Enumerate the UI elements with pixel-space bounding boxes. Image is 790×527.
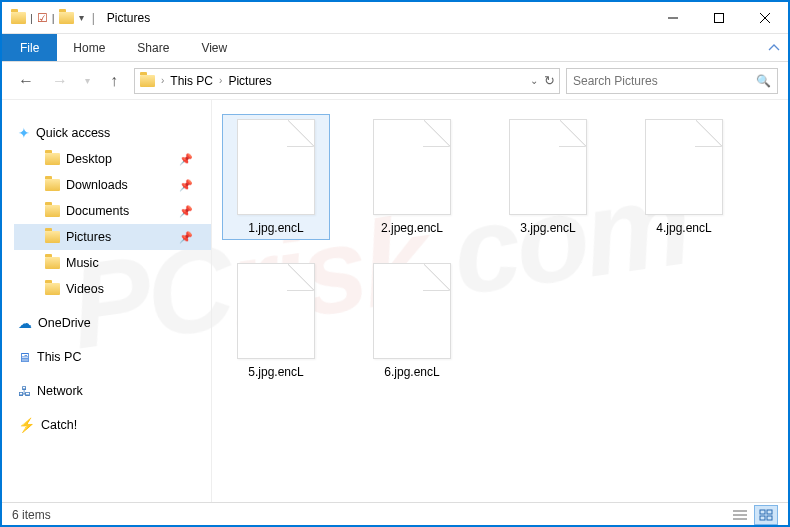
qat-sep2: | xyxy=(52,12,55,24)
qat-dropdown-icon[interactable]: ▾ xyxy=(79,12,84,23)
svg-rect-1 xyxy=(715,13,724,22)
file-item[interactable]: 5.jpg.encL xyxy=(222,258,330,384)
search-box[interactable]: 🔍 xyxy=(566,68,778,94)
forward-button[interactable]: → xyxy=(46,67,74,95)
sidebar-onedrive[interactable]: ☁OneDrive xyxy=(14,310,211,336)
sidebar-item-videos[interactable]: Videos xyxy=(14,276,211,302)
onedrive-icon: ☁ xyxy=(18,315,32,331)
sidebar-item-downloads[interactable]: Downloads📌 xyxy=(14,172,211,198)
file-item[interactable]: 3.jpg.encL xyxy=(494,114,602,240)
maximize-button[interactable] xyxy=(696,2,742,34)
ribbon: File Home Share View xyxy=(2,34,788,62)
qat: | ☑ | ▾ | Pictures xyxy=(2,10,150,26)
refresh-icon[interactable]: ↻ xyxy=(544,73,555,88)
file-label: 3.jpg.encL xyxy=(520,221,575,235)
content-pane[interactable]: 1.jpg.encL2.jpeg.encL3.jpg.encL4.jpg.enc… xyxy=(212,100,788,502)
file-item[interactable]: 6.jpg.encL xyxy=(358,258,466,384)
file-icon xyxy=(509,119,587,215)
file-label: 2.jpeg.encL xyxy=(381,221,443,235)
recent-dropdown-icon[interactable]: ▾ xyxy=(80,67,94,95)
qat-properties-icon[interactable]: ☑ xyxy=(37,11,48,25)
tab-view[interactable]: View xyxy=(185,34,243,61)
folder-icon xyxy=(44,229,60,245)
network-icon: 🖧 xyxy=(18,384,31,399)
file-icon xyxy=(373,119,451,215)
minimize-button[interactable] xyxy=(650,2,696,34)
titlebar: | ☑ | ▾ | Pictures xyxy=(2,2,788,34)
pin-icon: 📌 xyxy=(179,179,193,192)
app-icon xyxy=(10,10,26,26)
file-label: 6.jpg.encL xyxy=(384,365,439,379)
navbar: ← → ▾ ↑ › This PC › Pictures ⌄ ↻ 🔍 xyxy=(2,62,788,100)
statusbar: 6 items xyxy=(2,502,788,527)
window-controls xyxy=(650,2,788,34)
sidebar: ✦ Quick access Desktop📌 Downloads📌 Docum… xyxy=(2,100,212,502)
file-icon xyxy=(237,263,315,359)
sidebar-item-pictures[interactable]: Pictures📌 xyxy=(14,224,211,250)
file-label: 4.jpg.encL xyxy=(656,221,711,235)
file-tab[interactable]: File xyxy=(2,34,57,61)
svg-rect-9 xyxy=(760,516,765,520)
file-label: 5.jpg.encL xyxy=(248,365,303,379)
chevron-right-icon[interactable]: › xyxy=(219,75,222,86)
sidebar-item-label: Documents xyxy=(66,204,129,218)
sidebar-item-desktop[interactable]: Desktop📌 xyxy=(14,146,211,172)
qat-newfolder-icon[interactable] xyxy=(59,10,75,26)
file-item[interactable]: 2.jpeg.encL xyxy=(358,114,466,240)
sidebar-catch[interactable]: ⚡Catch! xyxy=(14,412,211,438)
sidebar-item-label: Music xyxy=(66,256,99,270)
search-icon[interactable]: 🔍 xyxy=(756,74,771,88)
file-item[interactable]: 1.jpg.encL xyxy=(222,114,330,240)
close-button[interactable] xyxy=(742,2,788,34)
pin-icon: 📌 xyxy=(179,231,193,244)
tab-share[interactable]: Share xyxy=(121,34,185,61)
computer-icon: 🖥 xyxy=(18,350,31,365)
address-dropdown-icon[interactable]: ⌄ xyxy=(530,75,538,86)
title-separator: | xyxy=(92,11,95,25)
svg-rect-10 xyxy=(767,516,772,520)
folder-icon xyxy=(44,255,60,271)
file-label: 1.jpg.encL xyxy=(248,221,303,235)
sidebar-label: OneDrive xyxy=(38,316,91,330)
sidebar-item-documents[interactable]: Documents📌 xyxy=(14,198,211,224)
ribbon-expand-icon[interactable] xyxy=(768,34,788,61)
details-view-button[interactable] xyxy=(728,505,752,525)
sidebar-item-music[interactable]: Music xyxy=(14,250,211,276)
folder-icon xyxy=(44,151,60,167)
file-icon xyxy=(237,119,315,215)
address-bar[interactable]: › This PC › Pictures ⌄ ↻ xyxy=(134,68,560,94)
qat-sep: | xyxy=(30,12,33,24)
folder-icon xyxy=(44,203,60,219)
pin-icon: 📌 xyxy=(179,153,193,166)
icons-view-button[interactable] xyxy=(754,505,778,525)
breadcrumb-thispc[interactable]: This PC xyxy=(170,74,213,88)
sidebar-item-label: Pictures xyxy=(66,230,111,244)
folder-icon xyxy=(44,177,60,193)
svg-rect-7 xyxy=(760,510,765,514)
sidebar-label: Catch! xyxy=(41,418,77,432)
svg-rect-8 xyxy=(767,510,772,514)
sidebar-network[interactable]: 🖧Network xyxy=(14,378,211,404)
file-item[interactable]: 4.jpg.encL xyxy=(630,114,738,240)
sidebar-quick-access[interactable]: ✦ Quick access xyxy=(14,120,211,146)
breadcrumb-pictures[interactable]: Pictures xyxy=(228,74,271,88)
sidebar-item-label: Desktop xyxy=(66,152,112,166)
status-count: 6 items xyxy=(12,508,51,522)
quick-access-icon: ✦ xyxy=(18,125,30,141)
window-title: Pictures xyxy=(107,11,150,25)
catch-icon: ⚡ xyxy=(18,417,35,433)
sidebar-item-label: Downloads xyxy=(66,178,128,192)
up-button[interactable]: ↑ xyxy=(100,67,128,95)
file-icon xyxy=(645,119,723,215)
sidebar-thispc[interactable]: 🖥This PC xyxy=(14,344,211,370)
folder-icon xyxy=(44,281,60,297)
tab-home[interactable]: Home xyxy=(57,34,121,61)
back-button[interactable]: ← xyxy=(12,67,40,95)
sidebar-label: Network xyxy=(37,384,83,398)
sidebar-label: Quick access xyxy=(36,126,110,140)
search-input[interactable] xyxy=(573,74,756,88)
pin-icon: 📌 xyxy=(179,205,193,218)
chevron-right-icon[interactable]: › xyxy=(161,75,164,86)
file-icon xyxy=(373,263,451,359)
sidebar-label: This PC xyxy=(37,350,81,364)
